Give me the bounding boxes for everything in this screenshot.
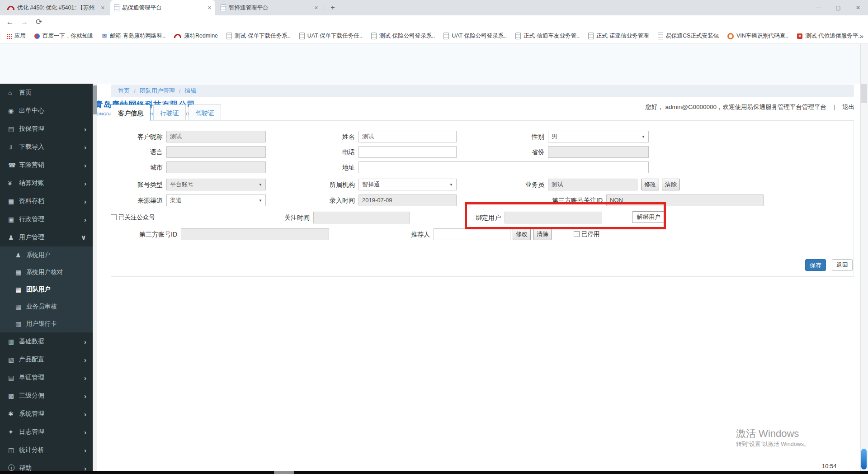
- browser-window: 优化 #450: 优化 #5401: 【苏州 ✕ 易保通管理平台 ✕ 智择通管理…: [0, 0, 868, 474]
- breadcrumb-page[interactable]: 编辑: [184, 87, 196, 95]
- envelope-icon: ✉: [102, 33, 107, 39]
- sidebar-item-base-data[interactable]: ▥基础数据›: [0, 332, 93, 351]
- chevron-right-icon: ›: [84, 216, 86, 223]
- sidebar-item-home[interactable]: ⌂首页: [0, 84, 93, 102]
- sidebar-item-team-users[interactable]: ▦团队用户: [0, 281, 93, 298]
- referrer-modify-button[interactable]: 修改: [513, 228, 531, 240]
- referrer-label: 推荐人: [340, 228, 430, 240]
- disabled-checkbox[interactable]: [574, 231, 580, 237]
- activate-windows-hint: 转到“设置”以激活 Windows。: [736, 441, 810, 448]
- name-field[interactable]: 测试: [359, 131, 457, 142]
- gender-select[interactable]: 男▼: [548, 131, 649, 142]
- back-icon[interactable]: ←: [4, 15, 16, 29]
- tab-driver-license[interactable]: 驾驶证: [189, 104, 221, 121]
- page-icon: [658, 33, 663, 39]
- site-header: 青岛康特网络科技有限公司 QINGDAO COUNTNET TECHNOLOGY…: [0, 44, 868, 84]
- bookmark-item[interactable]: UAT-保险公司登录系..: [443, 32, 507, 40]
- browser-tab-redmine[interactable]: 优化 #450: 优化 #5401: 【苏州 ✕: [4, 0, 108, 15]
- page-scrollbar[interactable]: [860, 44, 868, 474]
- chevron-right-icon: ›: [84, 446, 86, 454]
- save-button[interactable]: 保存: [805, 259, 826, 271]
- breadcrumb: 首页 / 团队用户管理 / 编辑: [111, 85, 854, 97]
- salesman-field: 测试: [548, 179, 637, 190]
- tab-vehicle-license[interactable]: 行驶证: [153, 104, 186, 121]
- bookmark-item[interactable]: 易保通CS正式安装包: [658, 32, 719, 40]
- bookmark-item[interactable]: 正式-诺亚信业务管理: [588, 32, 649, 40]
- sidebar-item-user-mgmt[interactable]: ♟用户管理∨: [0, 228, 93, 246]
- language-field: [166, 146, 266, 158]
- followed-checkbox[interactable]: [111, 214, 117, 220]
- user-mgmt-submenu: ♟系统用户 ▦系统用户核对 ▦团队用户 ▦业务员审核 ▦用户银行卡: [0, 246, 93, 332]
- logout-link[interactable]: 退出: [842, 104, 854, 110]
- salesman-clear-button[interactable]: 清除: [662, 179, 680, 190]
- bookmark-daiwei[interactable]: ✕测试-代位追偿服务平..: [797, 32, 861, 40]
- referrer-field[interactable]: [434, 228, 510, 240]
- browser-toolbar: ← → ⟳ ⚠ 不安全 proxy1.countnet.cn:20807/Log…: [0, 15, 868, 29]
- third-account-id-field: [181, 228, 329, 240]
- tab-customer-info[interactable]: 客户信息: [111, 104, 151, 121]
- sidebar-item-product-config[interactable]: ▧产品配置›: [0, 351, 93, 369]
- bookmark-redmine[interactable]: 康特Redmine: [174, 32, 218, 40]
- tab-close-icon[interactable]: ✕: [314, 5, 318, 11]
- page-icon: [371, 33, 377, 39]
- apps-grid-icon: [6, 33, 12, 39]
- salesman-modify-button[interactable]: 修改: [641, 179, 659, 190]
- caret-down-icon: ▼: [259, 195, 262, 206]
- bookmark-apps[interactable]: 应用: [6, 32, 26, 40]
- page-icon: [588, 33, 594, 39]
- breadcrumb-home[interactable]: 首页: [118, 87, 130, 95]
- bookmark-item[interactable]: 正式-信通车友业务管..: [515, 32, 580, 40]
- forward-icon[interactable]: →: [18, 15, 31, 29]
- bookmarks-overflow-icon[interactable]: »: [860, 33, 863, 40]
- sidebar-item-admin-mgmt[interactable]: ▣行政管理›: [0, 210, 93, 228]
- bookmark-item[interactable]: UAT-保单下载任务任..: [299, 32, 363, 40]
- sidebar-item-log-mgmt[interactable]: ✦日志管理›: [0, 423, 93, 441]
- disk-icon: ▥: [8, 338, 19, 345]
- sidebar-item-issue-center[interactable]: ◉出单中心: [0, 102, 93, 120]
- follow-time-field: [313, 212, 410, 223]
- bookmark-item[interactable]: 测试-保单下载任务系..: [226, 32, 291, 40]
- gear-icon: ✱: [8, 410, 19, 417]
- tab-close-icon[interactable]: ✕: [208, 5, 212, 11]
- sidebar-item-system-user-check[interactable]: ▦系统用户核对: [0, 264, 93, 281]
- source-select[interactable]: 渠道▼: [166, 194, 266, 206]
- browser-tab-yibaotong[interactable]: 易保通管理平台 ✕: [110, 0, 215, 15]
- browser-tab-strip: 优化 #450: 优化 #5401: 【苏州 ✕ 易保通管理平台 ✕ 智择通管理…: [0, 0, 868, 15]
- bookmark-item[interactable]: 测试-保险公司登录系..: [371, 32, 435, 40]
- sidebar-item-salesman-review[interactable]: ▦业务员审核: [0, 298, 93, 315]
- bookmark-baidu[interactable]: 百度一下，你就知道: [34, 32, 94, 40]
- window-close-button[interactable]: ✕: [848, 0, 868, 15]
- tab-title: 优化 #450: 优化 #5401: 【苏州: [17, 4, 98, 12]
- globe-icon: ◉: [8, 107, 19, 114]
- sidebar-scrollbar-thumb[interactable]: [93, 85, 97, 114]
- sidebar-item-statistics[interactable]: ◫统计分析›: [0, 441, 93, 459]
- referrer-clear-button[interactable]: 清除: [533, 228, 552, 240]
- sidebar-item-user-bankcard[interactable]: ▦用户银行卡: [0, 315, 93, 332]
- reload-icon[interactable]: ⟳: [33, 15, 45, 29]
- org-select[interactable]: 智择通▼: [359, 179, 457, 190]
- document-icon: ▤: [8, 374, 19, 381]
- greeting-separator: |: [834, 104, 835, 110]
- phone-field[interactable]: [359, 146, 457, 158]
- window-minimize-button[interactable]: —: [808, 0, 828, 15]
- province-label: 省份: [454, 146, 544, 158]
- sidebar-item-cert-mgmt[interactable]: ▤单证管理›: [0, 369, 93, 387]
- new-tab-button[interactable]: +: [327, 2, 338, 13]
- sidebar-item-commission[interactable]: ▩三级分佣›: [0, 387, 93, 405]
- tab-close-icon[interactable]: ✕: [101, 5, 105, 11]
- bookmark-vin[interactable]: VIN车辆识别代码查..: [727, 32, 788, 40]
- page-scrollbar-arrow[interactable]: [861, 84, 867, 103]
- baidu-icon: [34, 33, 40, 39]
- address-field[interactable]: [359, 161, 649, 173]
- sidebar-item-system-mgmt[interactable]: ✱系统管理›: [0, 405, 93, 423]
- page-scrollbar-thumb[interactable]: [861, 449, 867, 469]
- briefcase-icon: ▣: [8, 216, 19, 223]
- browser-tab-zhizetong[interactable]: 智择通管理平台 ✕: [217, 0, 322, 15]
- page-icon: [299, 33, 305, 39]
- window-maximize-button[interactable]: ▢: [828, 0, 848, 15]
- bookmark-mail[interactable]: ✉邮箱-青岛康特网络科..: [102, 32, 166, 40]
- back-button[interactable]: 返回: [832, 259, 853, 271]
- sidebar-item-system-users[interactable]: ♟系统用户: [0, 246, 93, 264]
- breadcrumb-section[interactable]: 团队用户管理: [140, 87, 175, 95]
- chevron-right-icon: ›: [84, 392, 86, 400]
